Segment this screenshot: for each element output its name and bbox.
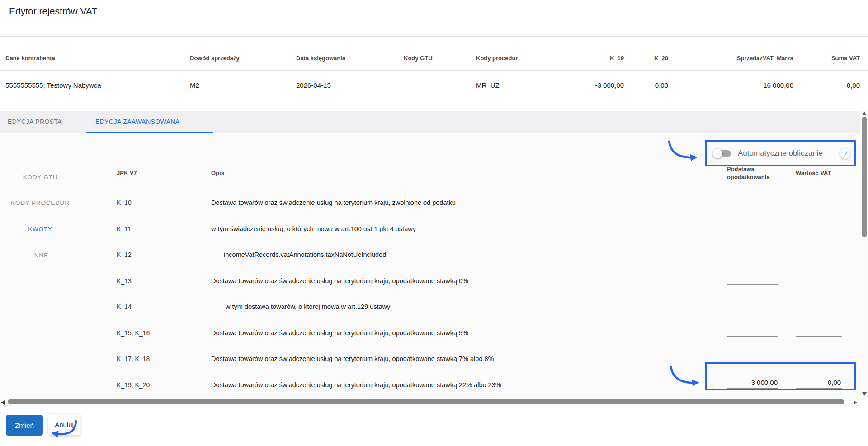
tab-edycja-prosta[interactable]: EDYCJA PROSTA <box>8 111 62 133</box>
zmien-button[interactable]: Zmień <box>6 415 43 436</box>
row-desc: w tym dostawa towarów, o której mowa w a… <box>226 296 390 318</box>
cell-sprzedazvat-marza: 16 000,00 <box>763 75 793 96</box>
row-desc: w tym świadczenie usług, o których mowa … <box>211 218 416 240</box>
row-code: K_14 <box>117 296 132 318</box>
table-row-k11: K_11 w tym świadczenie usług, o których … <box>0 218 860 240</box>
row-desc: incomeVatRecords.vatAnnotations.taxNaNot… <box>224 244 386 266</box>
row-desc: Dostawa towarów oraz świadczenie usług n… <box>211 192 456 214</box>
auto-calc-label: Automatyczne obliczanie <box>738 144 823 163</box>
divider <box>0 70 868 71</box>
col-header-sprzedazvat-marza: SprzedazVAT_Marza <box>737 48 793 69</box>
base-amount-input[interactable] <box>727 273 778 285</box>
base-amount-input[interactable] <box>727 325 778 337</box>
scroll-down-icon[interactable] <box>862 392 867 396</box>
table-row-k17-k18: K_17, K_18 Dostawa towarów oraz świadcze… <box>0 348 860 370</box>
row-code: K_10 <box>117 192 132 214</box>
auto-calc-toggle[interactable] <box>714 144 734 163</box>
scroll-up-icon[interactable] <box>862 112 867 115</box>
cell-suma-vat: 0,00 <box>847 75 860 96</box>
amt-header-podstawa-1: Podstawa <box>727 166 755 172</box>
table-row-k10: K_10 Dostawa towarów oraz świadczenie us… <box>0 192 860 214</box>
base-amount-input[interactable] <box>727 195 778 206</box>
cell-k20: 0,00 <box>655 75 668 96</box>
row-desc: Dostawa towarów oraz świadczenie usług n… <box>211 322 468 344</box>
row-desc: Dostawa towarów oraz świadczenie usług n… <box>211 374 501 396</box>
amt-header-wartosc-vat: Wartość VAT <box>796 170 831 176</box>
col-header-data-ksiegowania: Data księgowania <box>296 48 345 69</box>
amt-header-jpk: JPK V7 <box>117 170 137 176</box>
row-code: K_17, K_18 <box>117 348 150 370</box>
page-title: Edytor rejestrów VAT <box>9 6 97 17</box>
row-code: K_19, K_20 <box>117 374 150 396</box>
row-code: K_11 <box>117 218 131 240</box>
base-amount-input[interactable] <box>727 351 778 362</box>
col-header-suma-vat: Suma VAT <box>831 48 860 69</box>
cell-dowod-sprzedazy: M2 <box>190 75 199 96</box>
anuluj-button[interactable]: Anuluj <box>48 414 80 435</box>
row-code: K_12 <box>117 244 132 266</box>
vat-amount-input[interactable] <box>796 377 842 389</box>
horizontal-scrollbar <box>0 399 860 407</box>
table-row-k14: K_14 w tym dostawa towarów, o której mow… <box>0 296 860 318</box>
base-amount-input[interactable] <box>727 299 778 310</box>
amt-header-podstawa-2: opodatkowania <box>727 174 770 180</box>
vertical-scrollbar-thumb[interactable] <box>862 117 867 237</box>
sidebar-item-kody-gtu[interactable]: KODY GTU <box>0 166 80 188</box>
toggle-knob-icon <box>713 149 722 158</box>
col-header-k19: K_19 <box>610 48 624 69</box>
vertical-scrollbar <box>860 110 868 399</box>
vat-amount-input[interactable] <box>796 325 842 337</box>
divider <box>0 36 868 37</box>
table-row-k15-k16: K_15, K_16 Dostawa towarów oraz świadcze… <box>0 322 860 344</box>
divider <box>0 407 868 407</box>
amt-header-opis: Opis <box>211 170 224 176</box>
cell-kody-procedur: MR_UZ <box>476 75 500 96</box>
tab-edycja-zaawansowana[interactable]: EDYCJA ZAAWANSOWANA <box>95 111 180 133</box>
table-row-k19-k20: K_19, K_20 Dostawa towarów oraz świadcze… <box>0 374 860 396</box>
cell-dane-kontrahenta: 5555555555; Testowy Nabywca <box>5 75 101 96</box>
col-header-kody-gtu: Kody GTU <box>404 48 433 69</box>
divider <box>108 185 848 185</box>
base-amount-input[interactable] <box>727 247 778 258</box>
cell-data-ksiegowania: 2026-04-15 <box>296 75 331 96</box>
help-icon[interactable]: ? <box>840 148 850 159</box>
cell-k19: -3 000,00 <box>595 75 624 96</box>
base-amount-input[interactable] <box>727 377 778 389</box>
col-header-dowod-sprzedazy: Dowód sprzedaży <box>190 48 240 69</box>
col-header-dane-kontrahenta: Dane kontrahenta <box>5 48 55 69</box>
table-row-k12: K_12 incomeVatRecords.vatAnnotations.tax… <box>0 244 860 266</box>
scroll-right-icon[interactable] <box>854 400 857 405</box>
col-header-k20: K_20 <box>654 48 668 69</box>
vat-register-editor: Edytor rejestrów VAT Dane kontrahenta Do… <box>0 0 868 446</box>
table-row-k13: K_13 Dostawa towarów oraz świadczenie us… <box>0 270 860 292</box>
row-desc: Dostawa towarów oraz świadczenie usług n… <box>211 270 468 292</box>
horizontal-scrollbar-thumb[interactable] <box>8 399 844 404</box>
base-amount-input[interactable] <box>727 221 778 232</box>
row-code: K_13 <box>117 270 132 292</box>
scroll-left-icon[interactable] <box>1 400 5 405</box>
tab-bar: EDYCJA PROSTA EDYCJA ZAAWANSOWANA <box>0 111 860 133</box>
row-code: K_15, K_16 <box>117 322 150 344</box>
col-header-kody-procedur: Kody procedur <box>476 48 518 69</box>
row-desc: Dostawa towarów oraz świadczenie usług n… <box>211 348 494 370</box>
vat-amount-input[interactable] <box>796 351 842 362</box>
